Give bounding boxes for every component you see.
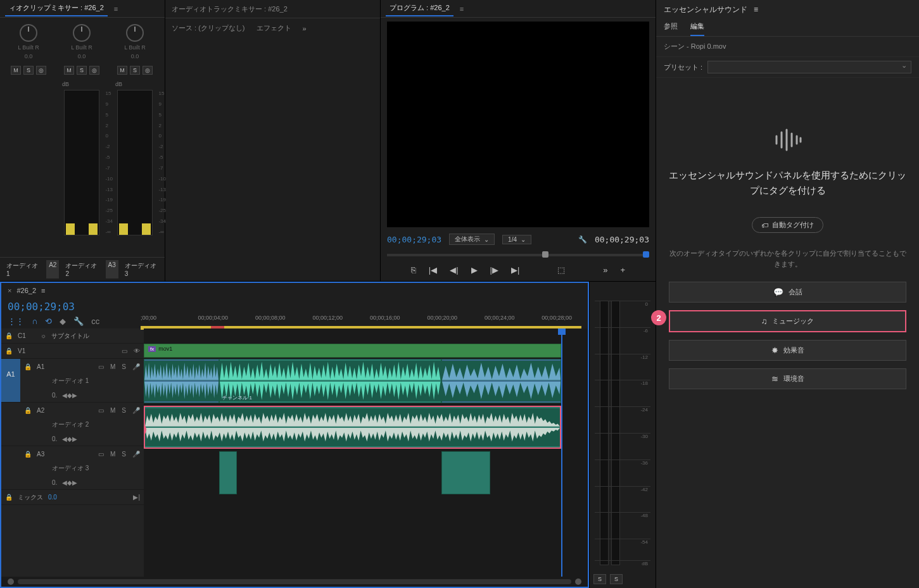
solo-button[interactable]: S xyxy=(77,66,87,75)
track-name[interactable]: オーディオ 2 xyxy=(52,420,89,429)
lift-icon[interactable]: ⬚ xyxy=(557,265,565,275)
next-keyframe-icon[interactable]: ▶ xyxy=(72,435,77,442)
edit-tab[interactable]: 編集 xyxy=(690,22,704,36)
audio-clip[interactable]: fx xyxy=(441,451,490,494)
track-volume[interactable]: 0. xyxy=(52,392,57,399)
solo-button[interactable]: S xyxy=(130,66,140,75)
track-target[interactable]: A2 xyxy=(37,407,54,414)
track-label[interactable]: オーディオ 1 xyxy=(4,260,42,278)
next-keyframe-icon[interactable]: ▶ xyxy=(72,392,77,399)
audio-track-mixer-tab[interactable]: オーディオトラックミキサー : #26_2 xyxy=(172,4,288,14)
lock-icon[interactable]: 🔒 xyxy=(5,494,13,501)
voice-icon[interactable]: 🎤 xyxy=(132,363,140,370)
keyframe-icon[interactable]: ▭ xyxy=(98,407,104,414)
program-tab[interactable]: プログラム : #26_2 xyxy=(386,1,453,16)
record-button[interactable]: ◎ xyxy=(143,66,153,75)
mixer-tab[interactable]: ィオクリップミキサー : #26_2 xyxy=(5,1,108,16)
panel-menu-icon[interactable]: ≡ xyxy=(754,5,758,14)
lock-icon[interactable]: 🔒 xyxy=(24,451,32,458)
mute-icon[interactable]: M xyxy=(110,451,115,458)
pan-knob[interactable] xyxy=(126,24,144,42)
source-tab[interactable]: ソース : (クリップなし) xyxy=(172,23,245,33)
solo-icon[interactable]: S xyxy=(122,451,126,458)
step-back-icon[interactable]: ◀| xyxy=(450,265,458,275)
toggle-track-output-icon[interactable]: ▭ xyxy=(122,347,127,354)
timeline-track-area[interactable]: fxmov1 fx fx チャンネル 1 fx xyxy=(144,328,588,577)
audio-clip-selected[interactable]: fx xyxy=(144,406,561,449)
preset-dropdown[interactable] xyxy=(707,61,911,73)
voice-icon[interactable]: 🎤 xyxy=(132,407,140,414)
skip-icon[interactable]: ▶| xyxy=(133,494,140,501)
panel-menu-icon[interactable]: ≡ xyxy=(114,5,118,13)
solo-button[interactable]: S xyxy=(23,66,34,75)
track-target[interactable]: V1 xyxy=(18,347,35,354)
linked-selection-icon[interactable]: ⟲ xyxy=(45,316,52,326)
solo-button[interactable]: S xyxy=(610,574,623,584)
lock-icon[interactable]: 🔒 xyxy=(24,363,32,370)
wrench-icon[interactable]: 🔧 xyxy=(578,235,587,244)
lock-icon[interactable]: 🔒 xyxy=(5,347,13,354)
go-to-in-icon[interactable]: |◀ xyxy=(429,265,437,275)
sync-lock-icon[interactable]: ☼ xyxy=(41,332,46,339)
export-frame-icon[interactable]: ⎘ xyxy=(411,265,416,275)
caption-icon[interactable]: cc xyxy=(91,316,99,326)
track-target[interactable]: A1 xyxy=(37,363,54,370)
play-icon[interactable]: ▶ xyxy=(471,265,478,275)
scale-dropdown[interactable]: 1/4 ⌄ xyxy=(502,235,531,244)
timecode-in[interactable]: 00;00;29;03 xyxy=(387,235,441,244)
essential-sound-tab[interactable]: エッセンシャルサウンド xyxy=(664,4,747,15)
effects-tab[interactable]: エフェクト xyxy=(257,23,291,33)
auto-tag-button[interactable]: 🏷 自動タグ付け xyxy=(752,217,823,233)
go-to-out-icon[interactable]: ▶| xyxy=(511,265,519,275)
lock-icon[interactable]: 🔒 xyxy=(5,332,13,339)
track-volume[interactable]: 0. xyxy=(52,479,57,486)
step-forward-icon[interactable]: |▶ xyxy=(490,265,498,275)
audio-clip[interactable]: fx xyxy=(219,451,237,494)
voice-icon[interactable]: 🎤 xyxy=(132,451,140,458)
fit-dropdown[interactable]: 全体表示 ⌄ xyxy=(449,234,495,245)
audio-clip[interactable]: fx チャンネル 1 xyxy=(219,359,441,403)
keyframe-icon[interactable]: ▭ xyxy=(98,363,104,370)
panel-menu-icon[interactable]: ≡ xyxy=(460,5,464,13)
track-name[interactable]: オーディオ 3 xyxy=(52,464,89,473)
audio-clip[interactable]: fx xyxy=(144,359,219,403)
next-keyframe-icon[interactable]: ▶ xyxy=(72,479,77,486)
mute-button[interactable]: M xyxy=(64,66,74,75)
magnet-icon[interactable]: ∩ xyxy=(32,316,37,326)
record-button[interactable]: ◎ xyxy=(36,66,46,75)
program-scrubber[interactable] xyxy=(387,250,649,260)
sfx-button[interactable]: ✸効果音 xyxy=(669,340,906,361)
mute-button[interactable]: M xyxy=(11,66,21,75)
ambience-button[interactable]: ≋環境音 xyxy=(669,368,906,389)
mix-volume[interactable]: 0.0 xyxy=(48,494,57,501)
overflow-icon[interactable]: » xyxy=(603,265,607,275)
track-label[interactable]: オーディオ 2 xyxy=(63,260,101,278)
video-clip[interactable]: fxmov1 xyxy=(144,344,561,358)
mute-icon[interactable]: M xyxy=(110,363,115,370)
mute-button[interactable]: M xyxy=(117,66,127,75)
eye-icon[interactable]: 👁 xyxy=(134,347,140,354)
solo-icon[interactable]: S xyxy=(122,407,126,414)
track-name[interactable]: オーディオ 1 xyxy=(52,377,89,385)
snap-icon[interactable]: ⋮⋮ xyxy=(8,316,24,326)
add-button-icon[interactable]: + xyxy=(621,265,626,275)
mix-track-label[interactable]: ミックス xyxy=(18,493,43,502)
record-button[interactable]: ◎ xyxy=(89,66,99,75)
track-target[interactable]: C1 xyxy=(18,332,35,339)
mute-icon[interactable]: M xyxy=(110,407,115,414)
program-viewer[interactable] xyxy=(387,22,649,227)
fx-badge-icon[interactable]: fx xyxy=(148,346,156,352)
time-ruler[interactable]: ;00;00 00;00;04;00 00;00;08;00 00;00;12;… xyxy=(141,315,581,326)
solo-icon[interactable]: S xyxy=(122,363,126,370)
sequence-tab[interactable]: #26_2 xyxy=(16,287,36,294)
lock-icon[interactable]: 🔒 xyxy=(24,407,32,414)
timeline-zoom-scrollbar[interactable] xyxy=(1,577,588,587)
track-volume[interactable]: 0. xyxy=(52,435,57,442)
timeline-timecode[interactable]: 00;00;29;03 xyxy=(8,301,141,313)
browse-tab[interactable]: 参照 xyxy=(664,22,678,36)
settings-icon[interactable]: 🔧 xyxy=(73,316,84,326)
a1-source-patch[interactable]: A1 xyxy=(1,359,20,402)
close-sequence-icon[interactable]: × xyxy=(8,287,11,294)
pan-knob[interactable] xyxy=(73,24,91,42)
solo-button[interactable]: S xyxy=(593,574,606,584)
